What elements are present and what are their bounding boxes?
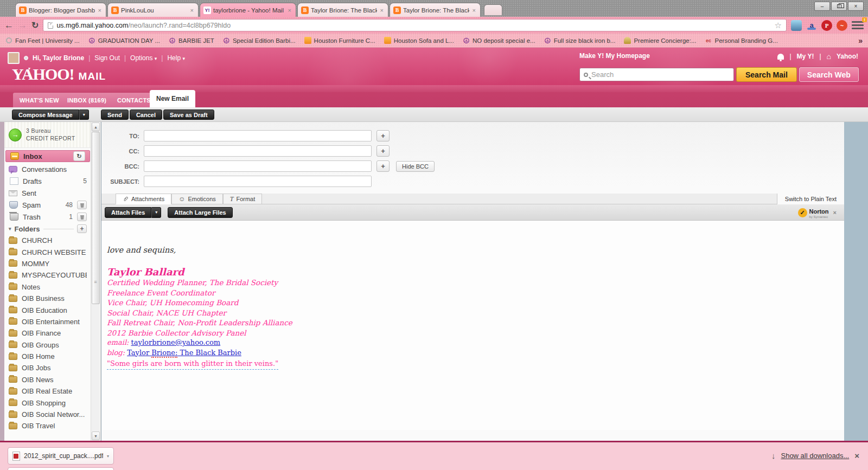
bookmark-houston-furniture[interactable]: Houston Furniture C... bbox=[304, 37, 375, 44]
to-input[interactable] bbox=[144, 130, 372, 141]
folder-item-oib-news[interactable]: OIB News bbox=[4, 374, 91, 385]
bookmark-barbie-jet[interactable]: ☮BARBIE JET bbox=[169, 37, 214, 44]
folder-item-oib-home[interactable]: OIB Home bbox=[4, 351, 91, 362]
sidebar-item-inbox[interactable]: Inbox ↻ bbox=[5, 150, 90, 162]
avatar[interactable] bbox=[8, 52, 20, 64]
browser-tab-taylor-brione-2[interactable]: B Taylor Brione: The Black B × bbox=[390, 3, 481, 17]
folder-item-oib-business[interactable]: OIB Business bbox=[4, 293, 91, 304]
folder-item-oib-social-network[interactable]: OIB Social Networ... bbox=[4, 409, 91, 420]
bookmark-fan-feet[interactable]: Fan Feet | University ... bbox=[5, 37, 80, 44]
yahoo-home-link[interactable]: Yahoo! bbox=[837, 53, 858, 60]
folder-item-myspaceyoutube[interactable]: MYSPACEYOUTUBE bbox=[4, 269, 91, 281]
bookmarks-overflow-chevron[interactable]: » bbox=[858, 36, 863, 45]
hide-bcc-button[interactable]: Hide BCC bbox=[396, 161, 435, 172]
add-cc-recipient-button[interactable]: + bbox=[376, 145, 390, 157]
cancel-button[interactable]: Cancel bbox=[130, 110, 162, 120]
download-item-pdf[interactable]: 2012_spirit_cup_pack....pdf ▾ bbox=[8, 447, 114, 465]
make-homepage-link[interactable]: Make Y! My Homepage bbox=[579, 52, 650, 60]
download-item-caret-icon[interactable]: ▾ bbox=[107, 454, 109, 459]
add-to-recipient-button[interactable]: + bbox=[376, 130, 390, 141]
search-web-button[interactable]: Search Web bbox=[799, 67, 859, 82]
browser-tab-yahoo-mail-active[interactable]: Y! taylorbrione - Yahoo! Mail × bbox=[200, 3, 296, 17]
notifications-bell-icon[interactable] bbox=[777, 54, 784, 60]
folder-item-church-website[interactable]: CHURCH WEBSITE bbox=[4, 246, 91, 257]
amazon-extension-icon[interactable]: a bbox=[806, 20, 817, 31]
send-button[interactable]: Send bbox=[101, 110, 129, 120]
message-body-editor[interactable]: love and sequins, Taylor Ballard Certifi… bbox=[101, 221, 844, 430]
browser-menu-icon[interactable]: ! bbox=[852, 21, 864, 30]
scrollbar-thumb[interactable] bbox=[92, 132, 100, 304]
tab-attachments[interactable]: Attachments bbox=[116, 194, 171, 204]
browser-tab-taylor-brione-1[interactable]: B Taylor Brione: The Black Ba × bbox=[297, 3, 388, 17]
bookmark-graduation-day[interactable]: ☮GRADUATION DAY ... bbox=[88, 37, 160, 44]
tab-close-icon[interactable]: × bbox=[287, 7, 292, 14]
empty-trash-button[interactable] bbox=[77, 213, 87, 221]
sidebar-item-drafts[interactable]: Drafts 5 bbox=[4, 175, 91, 187]
tab-close-icon[interactable]: × bbox=[471, 7, 477, 14]
tab-emoticons[interactable]: ☺ Emoticons bbox=[171, 194, 223, 204]
add-folder-button[interactable]: + bbox=[77, 224, 87, 233]
scroll-up-icon[interactable]: ▲ bbox=[92, 123, 100, 131]
folder-item-oib-education[interactable]: OIB Education bbox=[4, 304, 91, 316]
folder-item-oib-groups[interactable]: OIB Groups bbox=[4, 339, 91, 351]
minimize-button[interactable]: – bbox=[814, 2, 830, 11]
browser-tab-pinkloulou[interactable]: B PinkLouLou × bbox=[107, 3, 199, 17]
help-menu[interactable]: Help ▾ bbox=[167, 54, 185, 62]
restore-button[interactable] bbox=[831, 2, 847, 11]
compose-message-button[interactable]: Compose Message bbox=[12, 110, 79, 120]
hootsuite-extension-icon[interactable] bbox=[791, 20, 802, 31]
folder-item-oib-shopping[interactable]: OIB Shopping bbox=[4, 397, 91, 408]
search-mail-button[interactable]: Search Mail bbox=[736, 67, 797, 82]
bookmark-special-edition[interactable]: ☮Special Edition Barbi... bbox=[223, 37, 296, 44]
sign-out-link[interactable]: Sign Out bbox=[94, 54, 120, 62]
cc-input[interactable] bbox=[144, 145, 372, 157]
add-bcc-recipient-button[interactable]: + bbox=[376, 160, 390, 172]
subject-input[interactable] bbox=[144, 176, 372, 187]
folder-item-oib-finance[interactable]: OIB Finance bbox=[4, 327, 91, 339]
tab-close-icon[interactable]: × bbox=[379, 7, 385, 14]
bookmark-full-size-iron[interactable]: ☮Full size black iron b... bbox=[544, 37, 616, 44]
tab-inbox[interactable]: INBOX (8169) bbox=[61, 93, 113, 107]
bookmark-houston-sofa[interactable]: Houston Sofa and L... bbox=[384, 37, 454, 44]
folders-header[interactable]: ▾ Folders + bbox=[4, 223, 91, 235]
bookmark-no-deposit[interactable]: ☮NO deposit special e... bbox=[463, 37, 535, 44]
folder-item-oib-travel[interactable]: OIB Travel bbox=[4, 420, 91, 432]
tab-format[interactable]: T Format bbox=[223, 194, 263, 204]
close-window-button[interactable]: × bbox=[848, 2, 864, 11]
save-as-draft-button[interactable]: Save as Draft bbox=[163, 110, 214, 120]
tab-whats-new[interactable]: WHAT'S NEW bbox=[13, 93, 66, 107]
switch-to-plain-text-link[interactable]: Switch to Plain Text bbox=[777, 194, 844, 204]
sidebar-ad[interactable]: → 3 BureauCREDIT REPORT bbox=[4, 122, 91, 148]
browser-tab-blogger-dashboard[interactable]: B Blogger: Blogger Dashboar × bbox=[15, 3, 106, 17]
pinterest-extension-icon[interactable]: P bbox=[821, 20, 832, 31]
sidebar-scrollbar[interactable]: ▲ ≡ ▼ bbox=[91, 122, 100, 441]
sidebar-item-trash[interactable]: Trash 1 bbox=[4, 211, 91, 223]
folder-item-church[interactable]: CHURCH bbox=[4, 235, 91, 246]
reload-button[interactable]: ↻ bbox=[31, 20, 39, 30]
options-menu[interactable]: Options ▾ bbox=[130, 54, 157, 62]
folder-item-mommy[interactable]: MOMMY bbox=[4, 258, 91, 269]
show-all-downloads-link[interactable]: Show all downloads... bbox=[781, 452, 849, 460]
attach-files-caret-icon[interactable]: ▾ bbox=[151, 207, 161, 218]
tab-new-email[interactable]: New Email bbox=[150, 90, 195, 107]
bookmark-personal-branding[interactable]: ecPersonal Branding G... bbox=[705, 37, 778, 44]
my-y-link[interactable]: My Y! bbox=[797, 53, 814, 60]
sidebar-item-sent[interactable]: Sent bbox=[4, 187, 91, 199]
norton-close-icon[interactable]: × bbox=[833, 209, 837, 216]
yahoo-mail-logo[interactable]: YAHOO! MAIL bbox=[12, 65, 106, 83]
download-item-partial[interactable] bbox=[8, 467, 114, 470]
folder-item-oib-real-estate[interactable]: OIB Real Estate bbox=[4, 385, 91, 397]
close-download-shelf-icon[interactable]: × bbox=[854, 451, 859, 460]
empty-spam-button[interactable] bbox=[77, 201, 87, 209]
back-button[interactable]: ← bbox=[4, 21, 14, 30]
search-input[interactable] bbox=[591, 70, 730, 79]
attach-files-button[interactable]: Attach Files bbox=[105, 207, 151, 218]
scroll-down-icon[interactable]: ▼ bbox=[92, 432, 100, 440]
email-link[interactable]: taylorbrione@yahoo.com bbox=[131, 338, 221, 346]
sidebar-item-spam[interactable]: Spam 48 bbox=[4, 199, 91, 211]
folder-item-oib-entertainment[interactable]: OIB Entertainment bbox=[4, 316, 91, 327]
folder-item-oib-jobs[interactable]: OIB Jobs bbox=[4, 362, 91, 374]
compose-caret-icon[interactable]: ▾ bbox=[79, 110, 89, 120]
blog-link[interactable]: Taylor Brione: The Black Barbie bbox=[127, 349, 241, 358]
attach-large-files-button[interactable]: Attach Large Files bbox=[168, 207, 232, 218]
